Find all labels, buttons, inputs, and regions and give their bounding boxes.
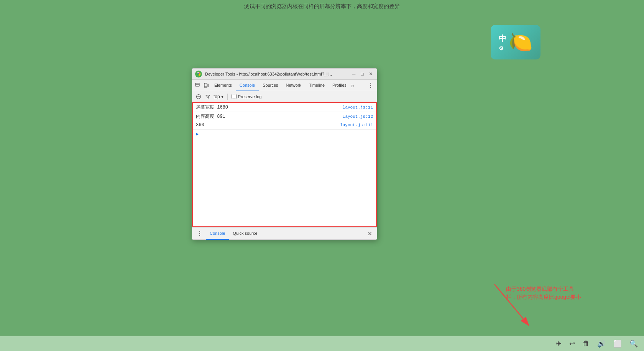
taskbar-trash-icon[interactable]: 🗑 — [583, 339, 590, 348]
console-toolbar: top ▾ Preserve log — [192, 91, 377, 102]
inspect-element-icon[interactable] — [194, 81, 202, 90]
devtools-title: Developer Tools - http://localhost:63342… — [205, 72, 348, 76]
minimize-button[interactable]: ─ — [351, 71, 357, 77]
log-text-2: 360 — [196, 122, 340, 128]
console-prompt-row: ▶ — [193, 130, 376, 138]
context-dropdown[interactable]: top ▾ — [214, 94, 223, 99]
bottom-tab-quick-source[interactable]: Quick source — [229, 227, 261, 240]
bottom-menu-icon[interactable]: ⋮ — [195, 230, 204, 237]
tab-sources[interactable]: Sources — [259, 80, 282, 91]
widget-chinese-chars: 中 ⚙ — [499, 33, 506, 51]
bottom-close-button[interactable]: ✕ — [366, 231, 374, 237]
taskbar-refresh-icon[interactable]: ↩ — [569, 339, 575, 348]
svg-rect-7 — [208, 84, 209, 87]
preserve-log-checkbox[interactable] — [232, 94, 237, 99]
taskbar-volume-icon[interactable]: 🔊 — [597, 339, 606, 348]
window-controls: ─ □ ✕ — [351, 71, 374, 77]
preserve-log-checkbox-container[interactable]: Preserve log — [232, 94, 262, 99]
devtools-window: Developer Tools - http://localhost:63342… — [192, 68, 377, 240]
svg-line-11 — [495, 284, 523, 319]
devtools-tabs-bar: Elements Console Sources Network Timelin… — [192, 80, 377, 91]
tab-timeline[interactable]: Timeline — [305, 80, 329, 91]
svg-rect-3 — [196, 83, 199, 86]
more-tabs-button[interactable]: » — [351, 82, 354, 89]
chrome-logo-icon — [195, 71, 202, 77]
taskbar: ✈ ↩ 🗑 🔊 ⬜ 🔍 — [0, 336, 644, 351]
log-text-0: 屏幕宽度 1680 — [196, 104, 343, 110]
log-link-2[interactable]: layout.js:111 — [340, 123, 373, 127]
log-row-1: 内容高度 891 layout.js:12 — [193, 112, 376, 121]
preserve-log-label: Preserve log — [238, 94, 262, 99]
log-row-0: 屏幕宽度 1680 layout.js:11 — [193, 103, 376, 112]
restore-button[interactable]: □ — [359, 71, 365, 77]
taskbar-search-icon[interactable]: 🔍 — [629, 339, 638, 348]
top-description-text: 测试不同的浏览器内核在同样的屏幕分辨率下，高度和宽度的差异 — [244, 3, 400, 10]
devtools-bottom-bar: ⋮ Console Quick source ✕ — [192, 227, 377, 239]
tab-console[interactable]: Console — [236, 80, 259, 91]
context-label: top — [214, 94, 220, 99]
log-link-0[interactable]: layout.js:11 — [343, 105, 373, 110]
annotation-arrow-icon — [487, 280, 533, 328]
taskbar-window-icon[interactable]: ⬜ — [613, 339, 622, 348]
device-mode-icon[interactable] — [202, 81, 210, 90]
log-link-1[interactable]: layout.js:12 — [343, 114, 373, 119]
close-button[interactable]: ✕ — [368, 71, 374, 77]
prompt-caret-icon: ▶ — [196, 131, 199, 137]
dropdown-arrow-icon: ▾ — [221, 94, 223, 99]
console-output: 屏幕宽度 1680 layout.js:11 内容高度 891 layout.j… — [192, 102, 377, 227]
tab-elements[interactable]: Elements — [210, 80, 236, 91]
lemon-icon: 🍋 — [509, 31, 532, 53]
filter-icon[interactable] — [204, 93, 211, 100]
toolbar-separator — [227, 94, 228, 100]
log-text-1: 内容高度 891 — [196, 113, 343, 120]
log-row-2: 360 layout.js:111 — [193, 121, 376, 130]
tab-network[interactable]: Network — [282, 80, 305, 91]
bottom-tab-console[interactable]: Console — [206, 227, 229, 240]
devtools-titlebar: Developer Tools - http://localhost:63342… — [192, 69, 377, 80]
clear-console-icon[interactable] — [195, 93, 202, 100]
console-empty-area[interactable] — [193, 138, 376, 226]
svg-rect-5 — [204, 83, 207, 87]
tab-profiles[interactable]: Profiles — [329, 80, 350, 91]
taskbar-airplane-icon[interactable]: ✈ — [556, 339, 562, 348]
devtools-menu-button[interactable]: ⋮ — [366, 82, 375, 89]
top-right-widget: 中 ⚙ 🍋 — [491, 25, 540, 59]
